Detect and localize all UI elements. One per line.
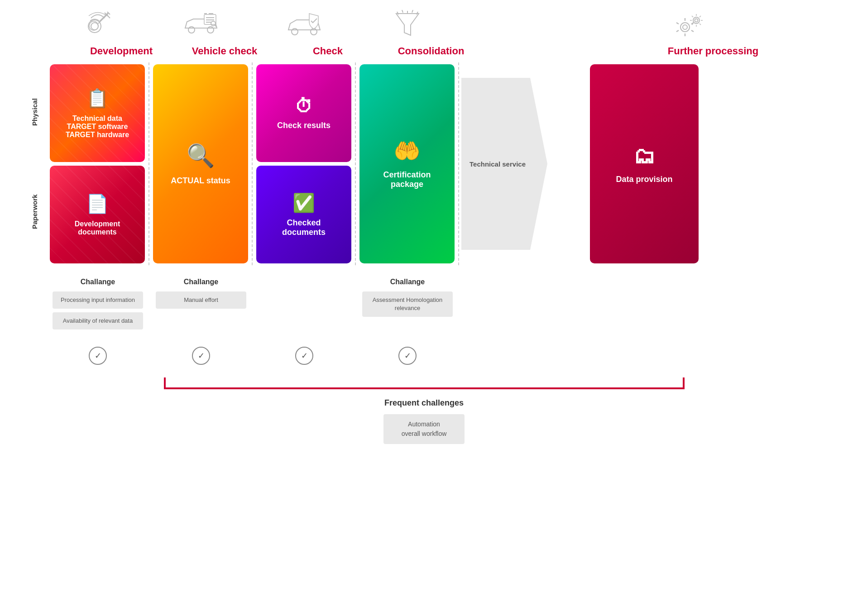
consolidation-challenges: Challange Assessment Homologation releva… bbox=[356, 278, 459, 320]
card-technical-data-text: Technical data TARGET software TARGET ha… bbox=[66, 115, 129, 139]
gear-icon bbox=[671, 9, 708, 41]
dev-column: 📋 Technical data TARGET software TARGET … bbox=[46, 62, 149, 265]
header-consolidation: Consolidation bbox=[379, 45, 483, 57]
consolidation-icon-cell bbox=[356, 9, 459, 41]
card-cert-package: 🤲 Certification package bbox=[359, 64, 455, 263]
consolidation-challenge-title: Challange bbox=[390, 278, 425, 286]
card-icon-dev-docs: 📄 bbox=[86, 193, 109, 215]
card-icon-technical: 📋 bbox=[86, 88, 109, 109]
card-icon-cert: 🤲 bbox=[393, 138, 421, 164]
bottom-line-left bbox=[164, 377, 166, 389]
card-icon-data-provision: 🗂 bbox=[633, 143, 655, 168]
physical-label: Physical bbox=[23, 62, 46, 162]
header-further: Further processing bbox=[655, 45, 771, 57]
arrow-shape: Technical service bbox=[461, 78, 547, 250]
card-check-results: ⏱ Check results bbox=[256, 64, 351, 162]
gap-spacer bbox=[550, 62, 586, 265]
header-vehicle-check: Vehicle check bbox=[173, 45, 276, 57]
svg-line-24 bbox=[417, 12, 418, 14]
cards-area: Physical Paperwork 📋 Technical data TARG… bbox=[23, 62, 825, 265]
dev-challenge-1: Processing input information bbox=[53, 291, 143, 309]
main-layout: Development Vehicle check Check Consolid… bbox=[0, 0, 848, 453]
card-cert-text: Certification package bbox=[367, 170, 447, 189]
header-check: Check bbox=[276, 45, 379, 57]
checkmark-consolidation: ✓ bbox=[398, 347, 417, 365]
vehicle-challenge-1: Manual effort bbox=[156, 291, 246, 309]
consolidation-challenge-1: Assessment Homologation relevance bbox=[362, 291, 453, 317]
check-icon-cell bbox=[253, 9, 356, 41]
check-column: ⏱ Check results ✅ Checked documents bbox=[253, 62, 356, 265]
checkmark-vehicle: ✓ bbox=[192, 347, 210, 365]
vehicle-column: 🔍 ACTUAL status bbox=[149, 62, 253, 265]
vehicle-check-icon-cell bbox=[149, 9, 253, 41]
card-data-provision-text: Data provision bbox=[616, 175, 672, 184]
check-check: ✓ bbox=[253, 347, 356, 365]
frequent-title: Frequent challenges bbox=[384, 398, 464, 408]
card-dev-documents: 📄 Development documents bbox=[50, 166, 145, 263]
row-labels: Physical Paperwork bbox=[23, 62, 46, 265]
car-checklist-icon bbox=[181, 9, 221, 41]
dev-challenges: Challange Processing input information A… bbox=[46, 278, 149, 333]
card-icon-check-results: ⏱ bbox=[295, 96, 313, 116]
card-dev-documents-text: Development documents bbox=[75, 220, 120, 236]
frequent-box: Automation overall workflow bbox=[383, 414, 465, 444]
challenge-section: Challange Processing input information A… bbox=[23, 278, 825, 333]
checkmarks-row: ✓ ✓ ✓ ✓ bbox=[23, 347, 825, 365]
check-dev: ✓ bbox=[46, 347, 149, 365]
consolidation-column: 🤲 Certification package bbox=[356, 62, 459, 265]
vehicle-challenge-title: Challange bbox=[184, 278, 218, 286]
checkmark-check: ✓ bbox=[295, 347, 313, 365]
dev-challenge-title: Challange bbox=[81, 278, 115, 286]
tech-service-area: Technical service bbox=[459, 62, 550, 265]
svg-line-25 bbox=[397, 12, 398, 14]
check-vehicle: ✓ bbox=[149, 347, 253, 365]
card-icon-actual: 🔍 bbox=[187, 143, 215, 169]
card-data-provision: 🗂 Data provision bbox=[590, 64, 699, 263]
svg-point-28 bbox=[693, 17, 699, 24]
card-icon-checked-docs: ✅ bbox=[292, 192, 315, 214]
bottom-section: Frequent challenges Automation overall w… bbox=[23, 378, 825, 444]
further-column: 🗂 Data provision bbox=[586, 62, 703, 265]
headers-row: Development Vehicle check Check Consolid… bbox=[23, 45, 825, 57]
paperwork-label: Paperwork bbox=[23, 162, 46, 262]
svg-point-27 bbox=[683, 25, 687, 29]
svg-point-29 bbox=[695, 19, 698, 22]
bottom-line-right bbox=[683, 377, 685, 389]
svg-point-26 bbox=[680, 23, 690, 32]
card-technical-data: 📋 Technical data TARGET software TARGET … bbox=[50, 64, 145, 162]
svg-line-23 bbox=[402, 10, 403, 13]
funnel-icon bbox=[392, 9, 423, 41]
vehicle-challenges: Challange Manual effort bbox=[149, 278, 253, 312]
icons-row bbox=[23, 9, 825, 41]
dev-challenge-2: Availability of relevant data bbox=[53, 312, 143, 329]
svg-line-22 bbox=[412, 10, 413, 13]
card-actual-status-text: ACTUAL status bbox=[171, 176, 230, 186]
card-check-results-text: Check results bbox=[277, 121, 331, 130]
bottom-line bbox=[164, 387, 685, 389]
dev-icon-cell bbox=[46, 9, 149, 41]
card-actual-status: 🔍 ACTUAL status bbox=[153, 64, 248, 263]
header-development: Development bbox=[70, 45, 173, 57]
further-icon-cell bbox=[631, 9, 748, 41]
car-shield-icon bbox=[284, 9, 325, 41]
key-icon bbox=[82, 9, 114, 41]
tech-service-text: Technical service bbox=[470, 160, 539, 168]
checkmark-dev: ✓ bbox=[89, 347, 107, 365]
card-checked-docs-text: Checked documents bbox=[282, 218, 326, 237]
check-consolidation: ✓ bbox=[356, 347, 459, 365]
card-checked-docs: ✅ Checked documents bbox=[256, 166, 351, 263]
